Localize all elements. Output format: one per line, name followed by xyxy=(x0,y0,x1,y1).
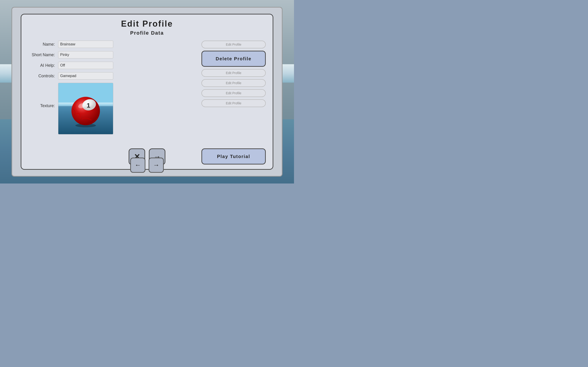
edit-profile-button-5[interactable]: Edit Profile xyxy=(201,99,266,107)
ai-help-label: AI Help: xyxy=(28,63,58,68)
left-panel: Name: Short Name: AI Help: Controls: xyxy=(28,41,197,165)
dialog-title: Edit Profile xyxy=(121,19,173,29)
name-label: Name: xyxy=(28,42,58,47)
form-content: Name: Short Name: AI Help: Controls: xyxy=(28,41,197,138)
short-name-input[interactable] xyxy=(58,51,113,58)
svg-text:1: 1 xyxy=(86,102,90,109)
ai-help-row: AI Help: xyxy=(28,62,197,69)
short-name-row: Short Name: xyxy=(28,51,197,58)
back-button[interactable]: ← xyxy=(130,158,145,173)
short-name-label: Short Name: xyxy=(28,52,58,57)
right-panel: Edit Profile Delete Profile Edit Profile… xyxy=(201,41,266,165)
forward-button[interactable]: → xyxy=(149,158,164,173)
forward-icon: → xyxy=(153,161,159,169)
play-tutorial-button[interactable]: Play Tutorial xyxy=(201,148,266,165)
outer-window: MarbleGP - New Game - Step 1 Select the … xyxy=(11,7,283,177)
main-dialog: Edit Profile Profile Data Name: Short Na… xyxy=(21,14,273,170)
edit-profile-button-2[interactable]: Edit Profile xyxy=(201,69,266,77)
delete-profile-button[interactable]: Delete Profile xyxy=(201,51,266,67)
texture-label: Texture: xyxy=(28,83,58,108)
ai-help-input[interactable] xyxy=(58,62,113,69)
dialog-content: Name: Short Name: AI Help: Controls: xyxy=(28,41,266,165)
marble-ball-svg: 1 xyxy=(69,94,103,128)
edit-profile-button-1[interactable]: Edit Profile xyxy=(201,41,266,48)
texture-preview: 1 xyxy=(58,83,113,134)
dialog-subtitle: Profile Data xyxy=(130,30,164,36)
back-icon: ← xyxy=(135,161,141,169)
controls-label: Controls: xyxy=(28,74,58,78)
spacer xyxy=(201,109,266,146)
outer-bottom-nav: ← → xyxy=(130,158,164,173)
name-row: Name: xyxy=(28,41,197,48)
name-input[interactable] xyxy=(58,41,113,48)
controls-row: Controls: xyxy=(28,72,197,80)
edit-profile-button-4[interactable]: Edit Profile xyxy=(201,89,266,97)
edit-profile-button-3[interactable]: Edit Profile xyxy=(201,79,266,87)
texture-row: Texture: xyxy=(28,83,197,134)
controls-input[interactable] xyxy=(58,72,113,80)
